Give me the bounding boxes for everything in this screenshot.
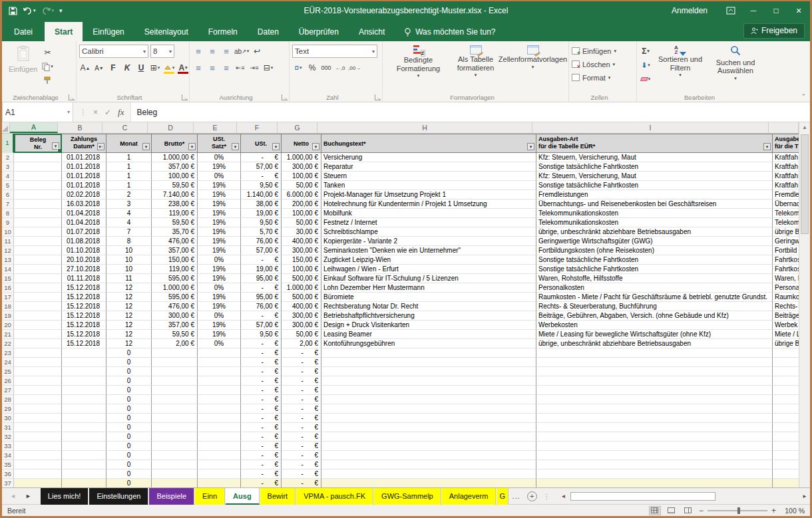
cell-monat[interactable]: 12 (106, 339, 152, 348)
cell-ausgabe-cut[interactable] (773, 376, 799, 386)
cell-ust-satz[interactable]: 19% (198, 321, 241, 330)
cell-buchungstext[interactable] (321, 404, 536, 414)
cell-beleg-nr[interactable] (14, 395, 62, 404)
cell-ust-satz[interactable]: 0% (198, 339, 241, 348)
row-number[interactable]: 32 (2, 432, 14, 442)
insert-cells-button[interactable]: Einfügen▾ (572, 45, 634, 57)
cell-ausgabe-cut[interactable] (773, 423, 799, 432)
shrink-font-icon[interactable]: A▼ (93, 61, 105, 74)
filter-dropdown-icon[interactable]: ▾ (232, 143, 239, 150)
ribbon-display-options-icon[interactable] (719, 1, 742, 20)
cell-ausgaben-art[interactable]: Kfz: Steuern, Versicherung, Maut (536, 153, 773, 162)
cell-netto[interactable]: 300,00 € (282, 311, 321, 321)
cell-monat[interactable]: 10 (106, 246, 152, 255)
cell-ust[interactable]: - € (241, 395, 282, 404)
cell-zahlungsdatum[interactable]: 15.12.2018 (62, 321, 106, 330)
formula-content[interactable]: Beleg (131, 102, 810, 122)
cell-ust-satz[interactable]: 0% (198, 283, 241, 293)
cell-netto[interactable]: 400,00 € (282, 302, 321, 311)
ribbon-tab[interactable]: Start (45, 22, 83, 41)
cell-beleg-nr[interactable] (14, 414, 62, 423)
font-color-icon[interactable]: A▾ (177, 61, 189, 74)
cell-buchungstext[interactable] (321, 395, 536, 404)
cell-ausgaben-art[interactable]: Waren, Rohstoffe, Hilfsstoffe (536, 274, 773, 283)
cell-monat[interactable]: 12 (106, 321, 152, 330)
cell-zahlungsdatum[interactable]: 15.12.2018 (62, 330, 106, 339)
zoom-out-icon[interactable]: − (699, 506, 704, 515)
cell-ust[interactable]: - € (241, 469, 282, 479)
cell-netto[interactable]: 1.000,00 € (282, 283, 321, 293)
clipboard-dialog-launcher-icon[interactable] (69, 94, 75, 100)
cell-buchungstext[interactable]: Büromiete (321, 293, 536, 302)
cell-ust[interactable]: 95,00 € (241, 293, 282, 302)
align-bottom-icon[interactable]: ≡ (220, 45, 232, 58)
cell-zahlungsdatum[interactable] (62, 404, 106, 414)
scroll-up-icon[interactable]: ▲ (799, 122, 810, 133)
cell-ust-satz[interactable] (198, 395, 241, 404)
cell-netto[interactable]: 50,00 € (282, 218, 321, 227)
cell-brutto[interactable] (152, 442, 198, 451)
cell-netto[interactable]: 150,00 € (282, 255, 321, 265)
cell-beleg-nr[interactable] (14, 172, 62, 181)
formula-menu-icon[interactable]: ⋮ (80, 108, 87, 116)
cell-buchungstext[interactable]: Leihwagen / Wien - Erfurt (321, 265, 536, 274)
cell-monat[interactable]: 0 (106, 451, 152, 460)
cell-ausgabe-cut[interactable]: Miete / L (773, 330, 799, 339)
cell-ausgabe-cut[interactable]: Fahrtkos (773, 265, 799, 274)
cell-netto[interactable]: 400,00 € (282, 237, 321, 246)
cell-ust-satz[interactable] (198, 367, 241, 376)
cell-ust[interactable]: - € (241, 283, 282, 293)
cell-brutto[interactable]: 100,00 € (152, 172, 198, 181)
cell-ust[interactable]: 5,70 € (241, 227, 282, 237)
cell-monat[interactable]: 10 (106, 255, 152, 265)
cell-brutto[interactable]: 476,00 € (152, 302, 198, 311)
row-number[interactable]: 5 (2, 181, 14, 190)
cell-ausgaben-art[interactable]: Personalkosten (536, 283, 773, 293)
cell-netto[interactable]: - € (282, 367, 321, 376)
cell-ust[interactable]: - € (241, 423, 282, 432)
fill-color-icon[interactable]: ▾ (163, 61, 175, 74)
underline-button[interactable]: U (135, 61, 147, 74)
cell-zahlungsdatum[interactable] (62, 469, 106, 479)
clear-icon[interactable]: ▾ (640, 72, 652, 86)
decrease-decimal-icon[interactable]: ,00→ (348, 61, 361, 74)
cell-monat[interactable]: 0 (106, 386, 152, 395)
cell-beleg-nr[interactable] (14, 162, 62, 172)
cell-beleg-nr[interactable] (14, 423, 62, 432)
align-center-icon[interactable]: ≡ (206, 61, 218, 74)
cell-buchungstext[interactable]: Kopiergeräte - Variante 2 (321, 237, 536, 246)
cell-beleg-nr[interactable] (14, 432, 62, 442)
collapse-ribbon-icon[interactable]: ⌃ (801, 93, 806, 100)
cell-zahlungsdatum[interactable]: 01.04.2018 (62, 209, 106, 218)
cell-monat[interactable]: 12 (106, 302, 152, 311)
cell-ust-satz[interactable]: 0% (198, 255, 241, 265)
increase-decimal-icon[interactable]: ←,0 (334, 61, 346, 74)
cell-ausgaben-art[interactable]: Übernachtungs- und Reisenebenkosten bei … (536, 199, 773, 209)
cell-brutto[interactable]: 59,50 € (152, 330, 198, 339)
column-header[interactable]: B (58, 122, 102, 133)
cell-brutto[interactable] (152, 423, 198, 432)
cell-ust[interactable]: - € (241, 479, 282, 487)
cell-ausgaben-art[interactable] (536, 423, 773, 432)
cell-zahlungsdatum[interactable]: 01.01.2018 (62, 172, 106, 181)
cell-beleg-nr[interactable] (14, 321, 62, 330)
cell-monat[interactable]: 1 (106, 181, 152, 190)
cell-monat[interactable]: 0 (106, 404, 152, 414)
cell-ausgaben-art[interactable]: übrige, unbeschränkt abziehbare Betriebs… (536, 227, 773, 237)
cell-brutto[interactable] (152, 395, 198, 404)
cell-brutto[interactable]: 119,00 € (152, 265, 198, 274)
cell-ust[interactable]: - € (241, 404, 282, 414)
cell-ausgabe-cut[interactable] (773, 386, 799, 395)
cell-netto[interactable]: 2,00 € (282, 339, 321, 348)
cell-buchungstext[interactable] (321, 348, 536, 358)
column-header[interactable]: E (194, 122, 237, 133)
header-cell-ausgabe-cut[interactable]: Ausgabefür die T (773, 134, 799, 153)
cell-zahlungsdatum[interactable] (62, 414, 106, 423)
cell-brutto[interactable]: 357,00 € (152, 246, 198, 255)
cell-ust[interactable]: - € (241, 255, 282, 265)
row-number[interactable]: 28 (2, 395, 14, 404)
cell-buchungstext[interactable]: Schreibtischlampe (321, 227, 536, 237)
cell-ust[interactable]: - € (241, 442, 282, 451)
cell-netto[interactable]: 100,00 € (282, 265, 321, 274)
cell-brutto[interactable]: 119,00 € (152, 209, 198, 218)
